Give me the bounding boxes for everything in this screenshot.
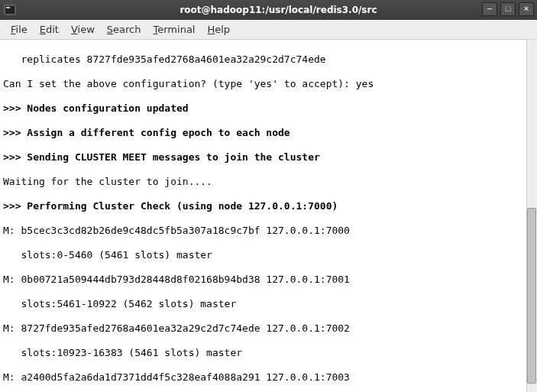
menu-help[interactable]: Help: [201, 22, 236, 37]
terminal-line: >>> Assign a different config epoch to e…: [3, 127, 534, 139]
terminal-line: M: a2400d5fa2a6da1d7371dd4f5c328eaf4088a…: [3, 371, 534, 384]
menu-view[interactable]: View: [65, 22, 101, 37]
terminal-viewport[interactable]: replicates 8727fde935afed2768a4601ea32a2…: [0, 40, 537, 392]
terminal-line: M: b5cec3c3cd82b26de9c48dc5fb5a307a18c9c…: [3, 225, 534, 237]
terminal-line: slots:10923-16383 (5461 slots) master: [3, 347, 534, 359]
terminal-line: >>> Performing Cluster Check (using node…: [3, 200, 534, 212]
window-titlebar: root@hadoop11:/usr/local/redis3.0/src – …: [0, 0, 537, 20]
minimize-button[interactable]: –: [482, 2, 497, 16]
terminal-line: M: 0b00721a509444db793d28448d8f02168b94b…: [3, 274, 534, 286]
terminal-line: Waiting for the cluster to join....: [3, 176, 534, 188]
svg-rect-0: [5, 5, 15, 15]
terminal-line: replicates 8727fde935afed2768a4601ea32a2…: [3, 53, 534, 66]
window-title: root@hadoop11:/usr/local/redis3.0/src: [20, 5, 537, 15]
maximize-button[interactable]: □: [500, 2, 516, 16]
close-button[interactable]: ×: [519, 2, 534, 16]
menubar: File Edit View Search Terminal Help: [0, 20, 537, 40]
scrollbar-thumb[interactable]: [527, 208, 536, 384]
terminal-line: Can I set the above configuration? (type…: [3, 78, 534, 90]
scrollbar-vertical[interactable]: [526, 40, 537, 392]
terminal-line: >>> Sending CLUSTER MEET messages to joi…: [3, 151, 534, 164]
terminal-line: >>> Nodes configuration updated: [3, 102, 534, 115]
terminal-line: slots:0-5460 (5461 slots) master: [3, 249, 534, 261]
menu-search[interactable]: Search: [101, 22, 147, 37]
menu-file[interactable]: File: [5, 22, 34, 37]
menu-terminal[interactable]: Terminal: [147, 22, 202, 37]
terminal-line: M: 8727fde935afed2768a4601ea32a29c2d7c74…: [3, 322, 534, 335]
app-icon: [0, 4, 20, 16]
terminal-line: slots:5461-10922 (5462 slots) master: [3, 298, 534, 310]
menu-edit[interactable]: Edit: [34, 22, 65, 37]
svg-rect-1: [6, 7, 10, 8]
